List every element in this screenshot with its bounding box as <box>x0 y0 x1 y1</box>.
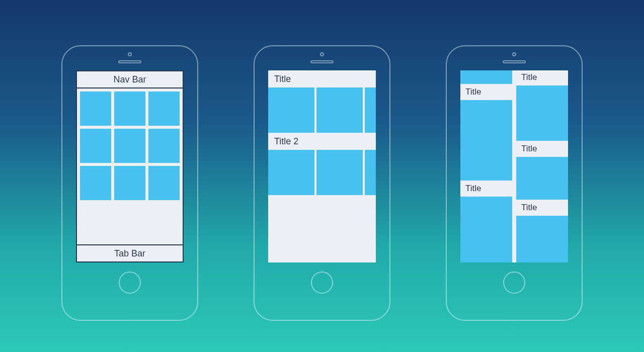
grid-tile <box>114 129 145 163</box>
speaker-icon <box>118 60 141 63</box>
card-title: Title <box>516 200 568 216</box>
grid-tile <box>148 166 180 200</box>
masonry-column-left: Title Title <box>460 70 512 262</box>
phone-hardware-top <box>118 52 141 63</box>
card-title-label: Title <box>521 203 537 213</box>
grid-tile <box>148 129 180 163</box>
phone-mockup-grid: Nav Bar Tab Bar <box>61 45 198 321</box>
content-row <box>268 150 376 195</box>
tab-bar: Tab Bar <box>77 244 183 261</box>
card-title: Title <box>516 141 568 157</box>
content-row <box>268 87 376 133</box>
home-button-icon <box>311 272 333 294</box>
card-image <box>460 100 512 181</box>
card-image <box>460 197 512 262</box>
card-image <box>516 85 568 141</box>
content-tile <box>316 150 363 195</box>
grid-tile <box>80 92 111 126</box>
card-title-label: Title <box>521 144 537 154</box>
grid-tile <box>114 166 145 200</box>
section-header: Title <box>268 70 376 87</box>
card-title-label: Title <box>521 72 537 82</box>
card-title: Title <box>516 70 568 85</box>
home-button-icon <box>119 272 141 294</box>
masonry-column-right: Title Title Title <box>516 70 568 262</box>
card-image <box>516 157 568 200</box>
card-image <box>516 216 568 262</box>
speaker-icon <box>503 60 526 63</box>
section-title-label: Title 2 <box>274 136 298 147</box>
grid-layout <box>77 89 183 203</box>
card-title-label: Title <box>465 87 481 97</box>
card-title: Title <box>460 84 512 100</box>
grid-tile <box>80 129 111 163</box>
phone-mockup-sections: Title Title 2 <box>254 45 390 321</box>
section-header: Title 2 <box>268 133 376 150</box>
grid-tile <box>148 92 180 126</box>
masonry-columns: Title Title Title Title <box>460 70 568 262</box>
phone-hardware-top <box>503 52 526 63</box>
speaker-icon <box>310 60 334 63</box>
grid-tile <box>114 92 145 126</box>
phone-hardware-top <box>310 52 334 63</box>
phone-screen: Nav Bar Tab Bar <box>76 70 184 262</box>
phone-mockup-masonry: Title Title Title Title <box>446 45 583 321</box>
camera-icon <box>320 52 324 56</box>
content-tile <box>268 87 314 133</box>
section-title-label: Title <box>274 74 291 84</box>
content-tile <box>365 150 376 195</box>
phone-screen: Title Title 2 <box>268 70 376 262</box>
card-title-label: Title <box>465 184 481 194</box>
nav-bar: Nav Bar <box>77 71 183 89</box>
tab-bar-label: Tab Bar <box>114 248 145 259</box>
content-tile <box>316 87 363 133</box>
card-image <box>460 70 512 84</box>
phone-screen: Title Title Title Title <box>460 70 568 262</box>
content-tile <box>365 87 376 133</box>
card-title: Title <box>460 181 512 197</box>
grid-tile <box>80 166 111 200</box>
camera-icon <box>512 52 516 56</box>
content-tile <box>268 150 314 195</box>
camera-icon <box>128 52 132 56</box>
diagram-stage: Nav Bar Tab Bar <box>0 0 644 321</box>
home-button-icon <box>503 272 525 294</box>
nav-bar-label: Nav Bar <box>113 74 146 85</box>
